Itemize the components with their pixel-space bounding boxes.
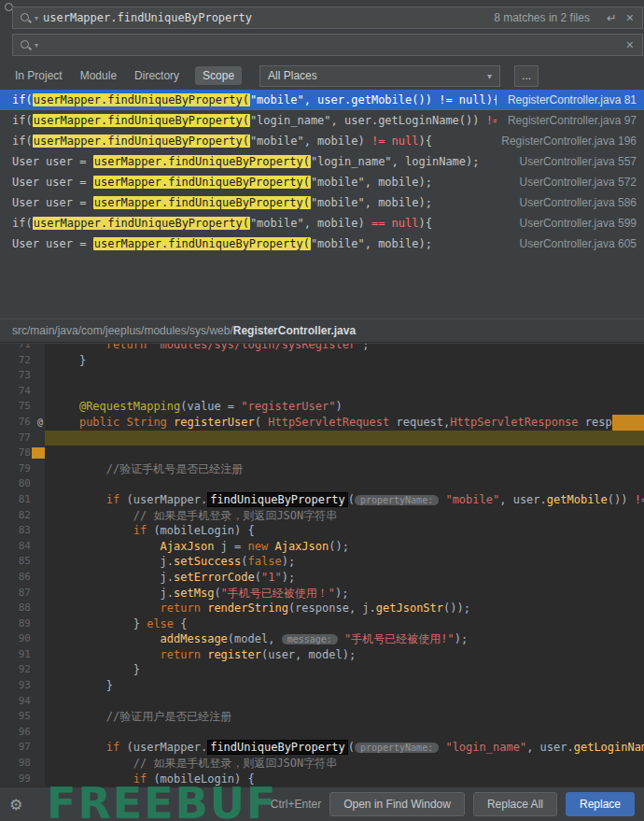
- line-number: 97: [0, 740, 45, 756]
- gutter[interactable]: 84: [0, 539, 45, 555]
- gutter[interactable]: 91: [0, 647, 45, 663]
- result-row[interactable]: User user = userMapper.findUniqueByPrope…: [0, 151, 644, 172]
- scope-select[interactable]: All Places ▾: [259, 65, 500, 87]
- gutter[interactable]: 85: [0, 554, 45, 570]
- result-row[interactable]: if(userMapper.findUniqueByProperty("mobi…: [0, 213, 644, 234]
- replace-all-button[interactable]: Replace All: [473, 792, 557, 816]
- result-row[interactable]: if(userMapper.findUniqueByProperty("mobi…: [0, 90, 644, 110]
- gutter[interactable]: 77: [0, 431, 45, 446]
- code-text: [45, 476, 644, 492]
- gutter[interactable]: 95: [0, 709, 45, 725]
- code-line: 94: [0, 694, 644, 710]
- gutter[interactable]: 76@: [0, 415, 45, 431]
- gutter[interactable]: 87: [0, 586, 45, 602]
- code-line: 82 // 如果是手机登录，则返回JSON字符串: [0, 508, 644, 524]
- line-number: 83: [0, 523, 45, 539]
- scope-tab-scope[interactable]: Scope: [195, 66, 242, 85]
- scope-select-value: All Places: [268, 69, 487, 82]
- gutter[interactable]: 90: [0, 631, 45, 647]
- code-text: [45, 725, 644, 741]
- gutter[interactable]: 94: [0, 694, 45, 710]
- result-row[interactable]: User user = userMapper.findUniqueByPrope…: [0, 192, 644, 213]
- replace-button[interactable]: Replace: [566, 792, 635, 816]
- code-line: 72 }: [0, 353, 644, 369]
- line-number: 71: [0, 344, 45, 353]
- search-input[interactable]: userMapper.findUniqueByProperty: [43, 11, 489, 24]
- gutter[interactable]: 75: [0, 399, 45, 415]
- result-row[interactable]: if(userMapper.findUniqueByProperty("logi…: [0, 110, 644, 131]
- code-preview-content: 71 return "modules/sys/login/sysRegister…: [0, 344, 644, 786]
- code-line: 87 j.setMsg("手机号已经被使用！");: [0, 586, 644, 602]
- gutter[interactable]: 96: [0, 725, 45, 741]
- line-number: 94: [0, 694, 45, 710]
- insert-newline-icon[interactable]: ↵: [604, 11, 620, 25]
- search-history-icon[interactable]: ▾: [35, 14, 38, 22]
- breadcrumb: src/main/java/com/jeeplus/modules/sys/we…: [0, 318, 644, 343]
- scope-tab-module[interactable]: Module: [78, 66, 119, 85]
- gutter[interactable]: 98: [0, 756, 45, 771]
- file-reference: UserController.java 599: [520, 217, 637, 230]
- code-line: 88 return renderString(response, j.getJs…: [0, 601, 644, 616]
- gutter[interactable]: 78: [0, 446, 45, 461]
- match-count-label: 8 matches in 2 files: [494, 11, 590, 24]
- gutter[interactable]: 71: [0, 344, 45, 353]
- gutter[interactable]: 89: [0, 616, 45, 632]
- code-text: if (userMapper.findUniqueByProperty(prop…: [45, 492, 644, 508]
- gutter[interactable]: 72: [0, 353, 45, 369]
- code-text: AjaxJson j = new AjaxJson();: [45, 539, 644, 555]
- close-replace-icon[interactable]: ×: [624, 37, 636, 52]
- gutter[interactable]: 79: [0, 461, 45, 477]
- selection-block: [612, 415, 644, 431]
- match-highlight: userMapper.findUniqueByProperty(: [33, 114, 250, 127]
- line-number: 74: [0, 384, 45, 400]
- scope-more-button[interactable]: ...: [514, 65, 539, 87]
- code-text: return renderString(response, j.getJsonS…: [45, 601, 644, 616]
- scope-tab-in-project[interactable]: In Project: [13, 66, 64, 85]
- result-row[interactable]: if(userMapper.findUniqueByProperty("mobi…: [0, 131, 644, 151]
- line-number: 87: [0, 586, 45, 602]
- code-line: 84 AjaxJson j = new AjaxJson();: [0, 539, 644, 555]
- match-highlight: userMapper.findUniqueByProperty(: [33, 217, 250, 230]
- code-text: }: [45, 662, 644, 678]
- results-list: if(userMapper.findUniqueByProperty("mobi…: [0, 90, 644, 254]
- code-text: j.setMsg("手机号已经被使用！");: [45, 586, 644, 602]
- gear-icon[interactable]: ⚙: [9, 796, 22, 814]
- code-line: 98 // 如果是手机登录，则返回JSON字符串: [0, 756, 644, 771]
- file-reference: UserController.java 605: [520, 237, 637, 250]
- close-search-icon[interactable]: ×: [624, 10, 636, 25]
- code-text: return register(user, model);: [45, 647, 644, 663]
- gutter[interactable]: 73: [0, 368, 45, 384]
- line-number: 80: [0, 476, 45, 492]
- gutter[interactable]: 86: [0, 570, 45, 586]
- line-number: 84: [0, 539, 45, 555]
- gutter[interactable]: 80: [0, 476, 45, 492]
- match-highlight: userMapper.findUniqueByProperty(: [33, 134, 250, 148]
- shortcut-hint: Ctrl+Enter: [271, 798, 321, 811]
- result-row[interactable]: User user = userMapper.findUniqueByPrope…: [0, 172, 644, 192]
- code-text: @RequestMapping(value = "registerUser"): [45, 399, 644, 415]
- result-code: if(userMapper.findUniqueByProperty("mobi…: [12, 134, 490, 148]
- gutter[interactable]: 81: [0, 492, 45, 508]
- replace-field[interactable]: ▾ ×: [12, 34, 643, 56]
- gutter[interactable]: 99: [0, 771, 45, 786]
- annotation-gutter-icon[interactable]: @: [37, 415, 43, 431]
- code-text: addMessage(model, message: "手机号已经被使用!");: [45, 631, 644, 647]
- code-text: return "modules/sys/login/sysRegister";: [45, 344, 644, 353]
- result-row[interactable]: User user = userMapper.findUniqueByPrope…: [0, 234, 644, 254]
- open-in-find-window-button[interactable]: Open in Find Window: [329, 792, 465, 816]
- gutter[interactable]: 83: [0, 523, 45, 539]
- replace-history-icon[interactable]: ▾: [35, 41, 38, 50]
- code-text: // 如果是手机登录，则返回JSON字符串: [45, 508, 644, 524]
- gutter[interactable]: 97: [0, 740, 45, 756]
- gutter[interactable]: 82: [0, 508, 45, 524]
- gutter[interactable]: 92: [0, 662, 45, 678]
- code-text: if (mobileLogin) {: [45, 523, 644, 539]
- gutter[interactable]: 88: [0, 601, 45, 616]
- scope-tab-directory[interactable]: Directory: [133, 66, 181, 85]
- gutter[interactable]: 74: [0, 384, 45, 400]
- gutter[interactable]: 93: [0, 678, 45, 694]
- search-marker-icon: [32, 447, 45, 459]
- code-preview[interactable]: 71 return "modules/sys/login/sysRegister…: [0, 344, 644, 786]
- search-field[interactable]: ▾ userMapper.findUniqueByProperty 8 matc…: [12, 7, 643, 29]
- code-line: 78: [0, 446, 644, 461]
